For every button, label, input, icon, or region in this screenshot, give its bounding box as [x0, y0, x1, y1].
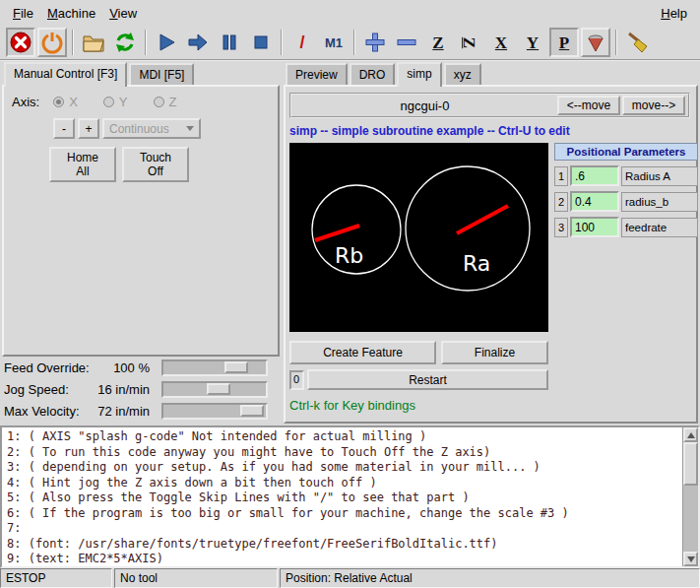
- touch-off-button[interactable]: Touch Off: [122, 147, 189, 182]
- estop-button[interactable]: [6, 28, 35, 57]
- axis-selector: Axis: X Y Z: [12, 95, 202, 109]
- manual-control-frame: Axis: X Y Z - +: [2, 85, 280, 357]
- zoom-in-icon: [363, 31, 387, 54]
- axis-radio-y[interactable]: Y: [103, 95, 128, 109]
- param-number: 2: [554, 192, 568, 212]
- gcode-listing[interactable]: 1: ( AXIS "splash g-code" Not intended f…: [0, 425, 700, 568]
- simp-preview-graphic: Rb Ra: [289, 143, 548, 332]
- jog-speed-row: Jog Speed: 16 in/min: [0, 378, 282, 400]
- param-number: 3: [554, 218, 568, 237]
- jog-increment-value: Continuous: [109, 122, 186, 136]
- ngcgui-title: ngcgui-0: [292, 98, 557, 113]
- move-left-button[interactable]: <--move: [557, 96, 620, 115]
- toggle-skip-lines-button[interactable]: /: [287, 28, 317, 57]
- home-all-button[interactable]: Home All: [49, 147, 116, 182]
- max-velocity-label: Max Velocity:: [4, 404, 96, 419]
- move-right-button[interactable]: move-->: [622, 96, 685, 115]
- tab-xyz[interactable]: xyz: [444, 63, 481, 85]
- param-value-input[interactable]: [570, 165, 619, 186]
- parameters-header: Positional Parameters: [554, 143, 698, 161]
- restart-controls: 0 Restart: [289, 369, 548, 390]
- ngcgui-header: ngcgui-0 <--move move-->: [289, 93, 690, 118]
- feed-override-value: 100 %: [96, 360, 161, 375]
- param-value-input[interactable]: [570, 217, 619, 237]
- axis-radio-x-label: X: [69, 95, 78, 109]
- tab-simp[interactable]: simp: [397, 62, 441, 87]
- status-tool: No tool: [114, 568, 278, 588]
- step-button[interactable]: [183, 28, 213, 57]
- gcode-line: 2: ( To run this code anyway you might h…: [7, 445, 678, 461]
- zoom-out-button[interactable]: [392, 28, 421, 57]
- tab-mdi[interactable]: MDI [F5]: [129, 63, 194, 85]
- machine-power-button[interactable]: [37, 28, 67, 57]
- view-front-button[interactable]: X: [486, 28, 516, 57]
- left-panel: Manual Control [F3] MDI [F5] Axis: X Y: [0, 61, 282, 425]
- toggle-optional-stop-button[interactable]: M1: [319, 28, 349, 57]
- create-feature-button[interactable]: Create Feature: [289, 341, 436, 364]
- gcode-scrollbar[interactable]: [682, 427, 698, 566]
- status-machine-state: ESTOP: [0, 568, 112, 588]
- view-perspective-button[interactable]: P: [549, 28, 579, 57]
- slider-knob[interactable]: [207, 383, 230, 395]
- open-file-button[interactable]: [79, 28, 108, 57]
- view-side-button[interactable]: Y: [518, 28, 547, 57]
- jog-plus-button[interactable]: +: [78, 118, 99, 139]
- finalize-button[interactable]: Finalize: [441, 341, 548, 364]
- max-velocity-slider[interactable]: [161, 403, 268, 420]
- simp-tab-frame: ngcgui-0 <--move move--> simp -- simple …: [284, 85, 698, 424]
- stop-icon: [249, 31, 273, 54]
- run-button[interactable]: [152, 28, 181, 57]
- menu-machine[interactable]: Machine: [40, 3, 102, 24]
- toolbar-separator: [72, 30, 74, 55]
- pause-button[interactable]: [215, 28, 244, 57]
- jog-controls: - + Continuous: [53, 118, 201, 139]
- tab-dro[interactable]: DRO: [350, 63, 396, 85]
- simp-content: Rb Ra Positional Parameters 1 Radius A 2: [289, 143, 692, 332]
- feed-override-row: Feed Override: 100 %: [0, 357, 282, 378]
- menu-bar: File Machine View Help: [0, 0, 700, 26]
- tab-preview[interactable]: Preview: [286, 63, 348, 85]
- scrollbar-thumb[interactable]: [683, 442, 698, 486]
- axis-radio-z-label: Z: [169, 95, 177, 109]
- clear-plot-button[interactable]: [622, 28, 652, 57]
- run-icon: [155, 31, 178, 54]
- right-panel: Preview DRO simp xyz ngcgui-0 <--move mo…: [282, 61, 700, 425]
- reload-button[interactable]: [110, 28, 140, 57]
- param-row: 3 feedrate: [554, 217, 698, 237]
- gcode-line: 1: ( AXIS "splash g-code" Not intended f…: [7, 429, 678, 445]
- view-rotated-top-button[interactable]: Z: [455, 28, 484, 57]
- menu-help[interactable]: Help: [654, 3, 694, 24]
- preview-canvas: Rb Ra: [289, 143, 548, 332]
- tab-manual-control[interactable]: Manual Control [F3]: [4, 62, 127, 87]
- rotate-view-button[interactable]: [581, 28, 610, 57]
- slider-knob[interactable]: [240, 405, 264, 417]
- axis-label: Axis:: [12, 95, 39, 109]
- scroll-down-arrow[interactable]: [683, 552, 698, 566]
- scroll-up-arrow[interactable]: [683, 427, 698, 442]
- toolbar-separator: [281, 30, 283, 55]
- restart-button[interactable]: Restart: [307, 369, 548, 390]
- view-top-button[interactable]: Z: [423, 28, 453, 57]
- feed-override-slider[interactable]: [161, 359, 268, 376]
- menu-view[interactable]: View: [102, 3, 144, 24]
- toolbar-separator: [145, 30, 147, 55]
- radius-label-rb: Rb: [335, 243, 363, 268]
- menu-file[interactable]: File: [6, 3, 40, 24]
- perspective-view-icon: P: [559, 34, 569, 51]
- reload-icon: [113, 31, 137, 54]
- front-view-icon: X: [495, 34, 507, 51]
- jog-increment-dropdown[interactable]: Continuous: [102, 118, 201, 139]
- jog-speed-slider[interactable]: [161, 381, 268, 398]
- gcode-line: 3: ( depending on your setup. As if you …: [7, 460, 678, 476]
- zoom-in-button[interactable]: [360, 28, 390, 57]
- override-sliders: Feed Override: 100 % Jog Speed: 16 in/mi…: [0, 357, 282, 422]
- param-value-input[interactable]: [570, 191, 619, 212]
- toolbar-separator: [615, 30, 617, 55]
- jog-minus-button[interactable]: -: [53, 118, 75, 139]
- rotate-icon: [584, 31, 607, 54]
- gcode-line: 4: ( Hint jog the Z axis down a bit then…: [7, 476, 678, 491]
- slider-knob[interactable]: [224, 361, 248, 373]
- axis-radio-z[interactable]: Z: [154, 95, 177, 109]
- stop-button[interactable]: [246, 28, 276, 57]
- axis-radio-x[interactable]: X: [53, 95, 78, 109]
